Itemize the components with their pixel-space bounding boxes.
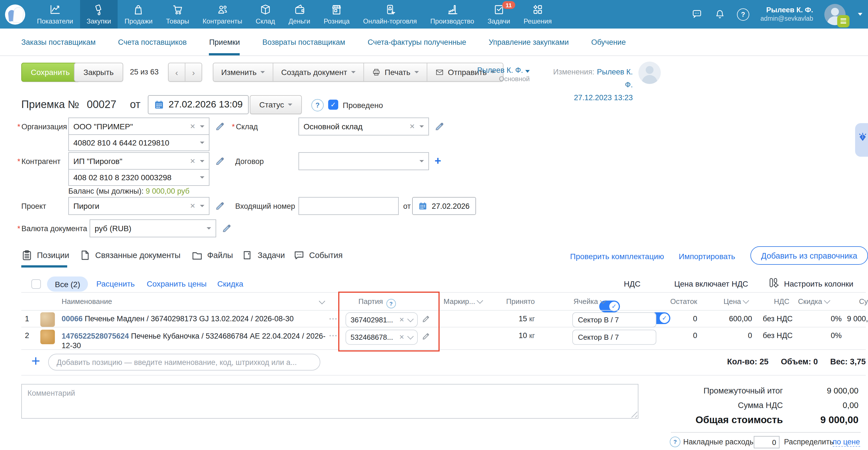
next-record-button[interactable]: › [185,63,202,81]
check-completeness-link[interactable]: Проверить комплектацию [570,252,664,261]
product-thumbnail[interactable] [40,312,55,327]
tab-tasks[interactable]: Задачи [242,250,285,261]
counterparty-account-select[interactable]: 408 02 810 8 2320 0003298 [68,169,210,186]
currency-select[interactable]: руб (RUB) [90,219,216,237]
clear-icon[interactable]: ✕ [409,123,415,130]
subnav-received-invoices[interactable]: Счета-фактуры полученные [368,29,466,56]
product-thumbnail[interactable] [40,330,55,344]
topnav-item-warehouse[interactable]: Склад [249,0,282,29]
batch-select[interactable]: 532468678... ✕ [345,330,418,345]
cell-input[interactable]: Сектор В / 7 [572,312,656,327]
col-header-stock[interactable]: Остаток [655,297,697,306]
chat-icon[interactable] [691,8,703,20]
topnav-item-money[interactable]: Деньги [282,0,317,29]
edit-project-icon[interactable] [215,201,224,211]
warehouse-select[interactable]: Основной склад ✕ [299,118,429,135]
clear-icon[interactable]: ✕ [190,202,195,210]
clear-icon[interactable]: ✕ [190,123,195,130]
help-icon[interactable]: ? [737,8,749,21]
document-datetime-field[interactable]: 27.02.2026 13:09 [148,95,249,114]
close-button[interactable]: Закрыть [74,63,123,82]
counterparty-select[interactable]: ИП "Пирогов" ✕ [68,152,210,170]
posted-checkbox[interactable]: ✓ [328,100,338,110]
incoming-date-field[interactable]: 27.02.2026 [412,197,476,215]
topnav-item-tasks[interactable]: 11 Задачи [481,0,517,29]
promo-side-tab[interactable] [855,123,868,157]
sort-icon[interactable] [319,298,326,304]
clear-icon[interactable]: ✕ [399,333,404,341]
org-account-select[interactable]: 40802 810 4 6442 0129810 [68,134,210,151]
save-prices-link[interactable]: Сохранить цены [147,279,207,288]
subnav-receivings[interactable]: Приемки [209,29,240,56]
owner-caret-icon[interactable] [525,70,530,73]
col-header-price[interactable]: Цена [723,297,748,306]
topnav-item-retail[interactable]: Розница [317,0,356,29]
topnav-item-sales[interactable]: Продажи [118,0,159,29]
changes-author-link[interactable]: Рылеев К. Ф. [597,68,633,89]
subnav-purchase-management[interactable]: Управление закупками [489,29,569,56]
product-name-link[interactable]: 1476522528075624 Печенье Кубаночка / 532… [62,331,327,350]
bell-icon[interactable] [714,8,726,20]
topnav-item-production[interactable]: Производство [424,0,481,29]
discount-link[interactable]: Скидка [217,279,243,288]
col-header-marking[interactable]: Маркир... [443,297,483,306]
edit-organization-icon[interactable] [215,122,224,131]
create-document-menu-button[interactable]: Создать документ [273,63,364,81]
posted-help-icon[interactable]: ? [311,99,324,111]
edit-warehouse-icon[interactable] [435,122,444,131]
col-header-batch[interactable]: Партия? [359,297,396,309]
topnav-item-purchases[interactable]: Закупки [80,0,118,29]
changes-date-link[interactable]: 27.12.2023 13:23 [574,94,633,102]
organization-select[interactable]: ООО "ПРИМЕР" ✕ [68,118,210,135]
col-header-accepted[interactable]: Принято [493,297,535,306]
subnav-supplier-invoices[interactable]: Счета поставщиков [118,29,187,56]
overhead-input[interactable] [754,436,779,448]
status-button[interactable]: Статус [250,95,302,114]
select-all-checkbox[interactable] [31,279,41,289]
subnav-training[interactable]: Обучение [591,29,625,56]
add-position-plus-icon[interactable]: + [31,354,40,369]
print-menu-button[interactable]: Печать [364,63,427,81]
product-name-link[interactable]: 00066 Печенье Мадлен / 36740298173 GJ 13… [62,315,294,323]
edit-counterparty-icon[interactable] [215,156,224,166]
tab-events[interactable]: События [293,250,343,261]
add-contract-button[interactable]: + [435,155,441,166]
edit-batch-icon[interactable] [422,314,431,323]
topnav-item-goods[interactable]: Товары [159,0,196,29]
topnav-item-solutions[interactable]: Решения [517,0,559,29]
col-header-sum[interactable]: Сумма [859,297,868,306]
user-caret-icon[interactable] [858,13,862,16]
subnav-supplier-returns[interactable]: Возвраты поставщикам [262,29,345,56]
user-avatar[interactable] [824,4,846,25]
contract-select[interactable] [299,152,429,170]
col-header-vat[interactable]: НДС [774,297,789,306]
incoming-number-input[interactable] [299,197,399,215]
prev-record-button[interactable]: ‹ [168,63,185,81]
document-number[interactable]: 00027 [87,98,117,111]
col-header-cell[interactable]: Ячейка [574,297,606,306]
moysklad-logo[interactable] [0,0,30,29]
tab-files[interactable]: Файлы [191,250,233,261]
filter-all-pill[interactable]: Все (2) [47,277,88,292]
clear-icon[interactable]: ✕ [190,157,195,165]
batch-help-icon[interactable]: ? [386,299,396,309]
edit-currency-icon[interactable] [222,223,231,233]
project-select[interactable]: Пироги ✕ [68,197,210,215]
add-position-input[interactable] [48,354,320,371]
row-menu-icon[interactable]: ••• [329,316,338,322]
batch-select[interactable]: 367402981... ✕ [345,312,418,327]
topnav-item-metrics[interactable]: Показатели [30,0,80,29]
configure-columns-label[interactable]: Настроить колонки [784,279,854,288]
col-header-name[interactable]: Наименование [62,297,112,306]
edit-menu-button[interactable]: Изменить [213,63,273,81]
comment-textarea[interactable] [21,384,639,419]
col-header-discount[interactable]: Скидка [798,297,829,306]
cell-input[interactable]: Сектор В / 7 [572,330,656,345]
tab-positions[interactable]: Позиции [21,250,69,261]
distribute-by-price-link[interactable]: по цене [833,438,860,447]
owner-link[interactable]: Рылеев К. Ф. [477,66,523,74]
topnav-item-counterparties[interactable]: Контрагенты [196,0,249,29]
subnav-supplier-orders[interactable]: Заказы поставщикам [21,29,96,56]
import-link[interactable]: Импортировать [679,252,735,261]
row-menu-icon[interactable]: ••• [329,333,338,339]
